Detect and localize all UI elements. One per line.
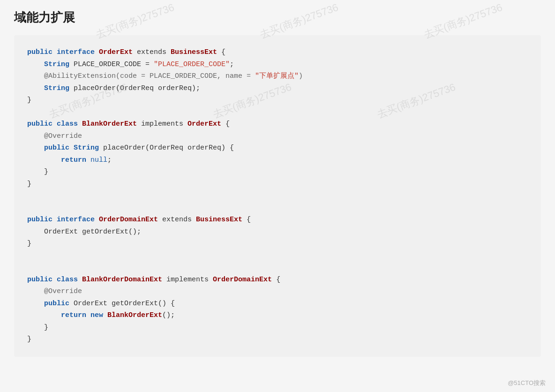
code-line-8: public String placeOrder(OrderReq orderR…: [27, 142, 528, 154]
code-line-5: }: [27, 94, 528, 106]
code-line-7: @Override: [27, 130, 528, 143]
code-line-16: @Override: [27, 286, 528, 298]
blank-line-5: [27, 262, 528, 274]
code-line-2: String PLACE_ORDER_CODE = "PLACE_ORDER_C…: [27, 59, 528, 71]
blank-line-3: [27, 202, 528, 214]
code-line-10: }: [27, 166, 528, 178]
code-line-3: @AbilityExtension(code = PLACE_ORDER_COD…: [27, 70, 528, 83]
code-line-19: }: [27, 322, 528, 334]
code-line-1: public interface OrderExt extends Busine…: [27, 46, 528, 59]
code-line-9: return null;: [27, 154, 528, 166]
code-line-15: public class BlankOrderDomainExt impleme…: [27, 274, 528, 286]
blank-line-2: [27, 190, 528, 202]
blank-line-4: [27, 250, 528, 262]
code-line-14: }: [27, 238, 528, 250]
code-line-17: public OrderExt getOrderExt() {: [27, 298, 528, 310]
code-block: public interface OrderExt extends Busine…: [14, 35, 541, 357]
footer-label: @51CTO搜索: [508, 379, 546, 387]
code-line-13: OrderExt getOrderExt();: [27, 226, 528, 238]
code-line-11: }: [27, 178, 528, 190]
code-line-18: return new BlankOrderExt();: [27, 309, 528, 322]
blank-line-1: [27, 106, 528, 119]
code-line-4: String placeOrder(OrderReq orderReq);: [27, 83, 528, 95]
code-line-6: public class BlankOrderExt implements Or…: [27, 118, 528, 130]
page-container: 去买(商务)275736 去买(商务)275736 去买(商务)275736 去…: [0, 0, 555, 392]
code-line-20: }: [27, 333, 528, 346]
page-title: 域能力扩展: [14, 9, 541, 26]
code-line-12: public interface OrderDomainExt extends …: [27, 214, 528, 226]
